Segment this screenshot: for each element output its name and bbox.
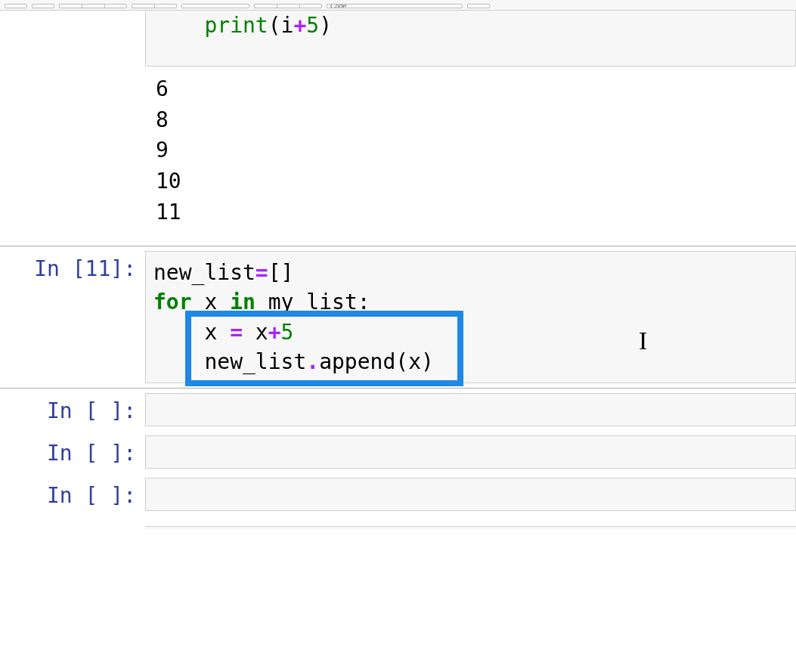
code-input[interactable]: new_list=[] for x in my_list: x = x+5 ne…	[145, 251, 796, 383]
output-line: 9	[156, 138, 169, 163]
cut-copy-paste-group	[59, 4, 127, 8]
move-down-button[interactable]	[154, 4, 177, 8]
code-cell-empty[interactable]: In [ ]:	[0, 431, 796, 473]
cut-button[interactable]	[59, 4, 82, 8]
stop-button[interactable]	[254, 4, 277, 8]
kernel-group	[254, 4, 322, 8]
input-prompt: In [ ]:	[0, 435, 145, 469]
input-prompt: In [ ]:	[0, 478, 145, 511]
move-group	[132, 4, 177, 8]
output-line: 6	[156, 76, 169, 101]
output-line: 11	[156, 200, 181, 225]
restart-run-button[interactable]	[299, 4, 322, 8]
code-line: for x in my_list:	[153, 287, 788, 317]
code-line: print(i+5)	[153, 11, 788, 40]
output-line: 10	[156, 169, 181, 194]
restart-button[interactable]	[277, 4, 299, 8]
notebook-container: print(i+5) 6 8 9 10 11 In [11]: new_list…	[0, 11, 796, 529]
cell-type-select[interactable]: Code	[327, 4, 463, 8]
code-cell-empty[interactable]: In [ ]:	[0, 473, 796, 516]
add-cell-button[interactable]	[32, 4, 54, 8]
copy-button[interactable]	[82, 4, 104, 8]
code-input[interactable]	[145, 393, 796, 426]
run-button[interactable]	[181, 4, 249, 8]
toolbar: Code	[0, 0, 796, 11]
code-cell-partial-bottom[interactable]	[145, 526, 796, 529]
code-input[interactable]	[145, 435, 796, 469]
move-up-button[interactable]	[132, 4, 154, 8]
input-prompt: In [11]:	[0, 251, 145, 383]
code-line: new_list.append(x)	[153, 347, 788, 376]
command-palette-button[interactable]	[467, 4, 490, 8]
output-cell: 6 8 9 10 11	[0, 67, 796, 246]
paste-button[interactable]	[104, 4, 127, 8]
output-line: 8	[156, 107, 169, 132]
code-cell-partial[interactable]: print(i+5)	[145, 11, 796, 67]
code-cell-11[interactable]: In [11]: new_list=[] for x in my_list: x…	[0, 246, 796, 389]
code-line: x = x+5	[153, 317, 788, 347]
output-prompt	[0, 71, 145, 241]
code-input[interactable]	[145, 478, 796, 511]
code-cell-empty[interactable]: In [ ]:	[0, 389, 796, 431]
text-cursor-icon: I	[639, 323, 647, 359]
code-line: new_list=[]	[153, 258, 788, 287]
input-prompt: In [ ]:	[0, 393, 145, 426]
output-area: 6 8 9 10 11	[145, 71, 796, 241]
save-button[interactable]	[5, 4, 27, 8]
